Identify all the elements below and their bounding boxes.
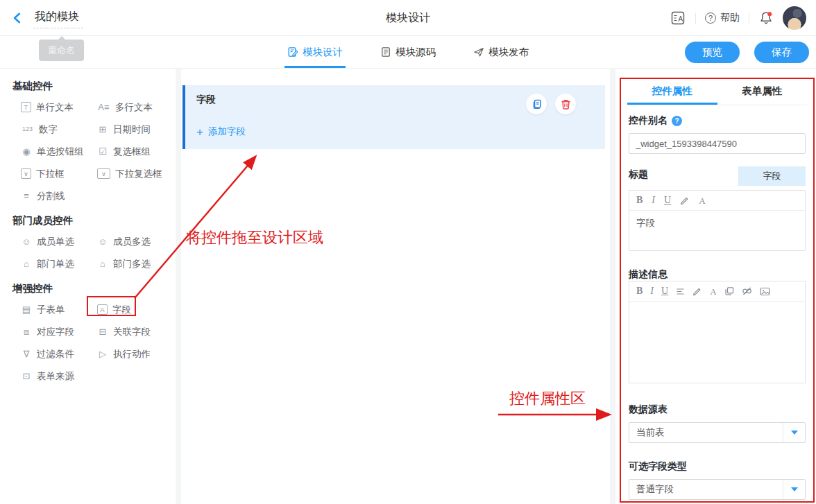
tab-module-source[interactable]: 模块源码	[377, 36, 439, 68]
sidebar-item-single-line-text[interactable]: T 单行文本	[21, 100, 97, 114]
save-button[interactable]: 保存	[754, 42, 809, 63]
sidebar-item-member-single[interactable]: ☺ 成员单选	[21, 234, 97, 249]
pen-color-button[interactable]	[692, 286, 702, 296]
fieldtype-label: 可选字段类型	[629, 460, 806, 473]
datasource-select[interactable]: 当前表	[629, 422, 806, 443]
title-editor-content[interactable]: 字段	[629, 211, 805, 250]
unlink-button[interactable]	[742, 286, 752, 296]
copy-format-button[interactable]	[724, 286, 734, 296]
enhanced-controls-grid: ▤ 子表单 A 字段 ⧈ 对应字段 ⊟ 关联字段 ∇ 过滤条件 ▷ 执行动作	[21, 302, 176, 383]
sidebar-item-mapping-field[interactable]: ⧈ 对应字段	[21, 324, 97, 339]
tab-module-publish[interactable]: 模块发布	[470, 36, 532, 68]
trash-icon	[560, 98, 572, 110]
sidebar-item-filter-condition[interactable]: ∇ 过滤条件	[21, 347, 97, 361]
widget-alias-input[interactable]	[629, 133, 806, 154]
sidebar-scrollbar-track[interactable]	[176, 69, 181, 504]
sidebar-item-divider[interactable]: ≡ 分割线	[21, 189, 97, 203]
basic-controls-grid: T 单行文本 A≡ 多行文本 123 数字 ⊞ 日期时间 ◉ 单选按钮组 ☑ 复…	[21, 100, 176, 203]
italic-button[interactable]: I	[650, 286, 654, 296]
sidebar-item-subform[interactable]: ▤ 子表单	[21, 302, 97, 317]
pen-color-button[interactable]	[680, 195, 690, 205]
dropdown-multi-icon: ∨	[97, 168, 110, 179]
item-label: 成员单选	[37, 236, 74, 248]
sidebar-item-execute-action[interactable]: ▷ 执行动作	[97, 347, 169, 361]
item-label: 下拉复选框	[115, 168, 162, 180]
sidebar-item-checkbox-group[interactable]: ☑ 复选框组	[97, 144, 169, 159]
datetime-icon: ⊞	[97, 124, 108, 134]
item-label: 日期时间	[113, 123, 151, 136]
sidebar-item-related-field[interactable]: ⊟ 关联字段	[97, 324, 169, 339]
module-designer-app: 我的模块 模块设计 A ? 帮助	[0, 0, 816, 504]
fieldtype-caret-box[interactable]	[783, 480, 805, 499]
item-label: 复选框组	[113, 146, 151, 158]
sidebar-item-radio-group[interactable]: ◉ 单选按钮组	[21, 144, 97, 159]
back-chevron-icon	[11, 12, 24, 24]
description-editor-content[interactable]	[629, 302, 805, 383]
item-label: 对应字段	[37, 326, 74, 338]
datasource-caret-box[interactable]	[783, 423, 805, 442]
underline-button[interactable]: U	[661, 286, 668, 296]
description-label: 描述信息	[629, 268, 806, 281]
module-source-icon	[380, 46, 391, 58]
title-editor-toolbar: B I U A	[629, 191, 805, 211]
image-button[interactable]	[760, 287, 770, 296]
datasource-value: 当前表	[636, 427, 665, 437]
italic-button[interactable]: I	[652, 195, 655, 205]
font-button[interactable]: A	[699, 196, 705, 205]
sidebar-item-member-multi[interactable]: ☺ 成员多选	[97, 234, 169, 249]
tab-form-properties[interactable]: 表单属性	[717, 79, 808, 105]
sidebar-item-datetime[interactable]: ⊞ 日期时间	[97, 122, 169, 137]
title-rich-editor: B I U A 字段	[629, 190, 806, 251]
widget-alias-label: 控件别名 ?	[629, 114, 806, 127]
sidebar-item-dropdown[interactable]: ∨ 下拉框	[21, 166, 97, 181]
underline-button[interactable]: U	[664, 195, 671, 205]
bold-button[interactable]: B	[636, 286, 643, 296]
mapping-field-icon: ⧈	[21, 327, 32, 337]
canvas-scrollbar-track[interactable]	[610, 69, 615, 504]
widget-actions	[526, 94, 576, 114]
alias-help-icon[interactable]: ?	[672, 116, 682, 126]
sidebar-item-dept-single[interactable]: ⌂ 部门单选	[21, 257, 97, 271]
sidebar-item-form-source[interactable]: ⊡ 表单来源	[21, 369, 97, 383]
member-multi-icon: ☺	[97, 236, 108, 247]
help-button[interactable]: ? 帮助	[705, 12, 740, 24]
dept-member-controls-grid: ☺ 成员单选 ☺ 成员多选 ⌂ 部门单选 ⌂ 部门多选	[21, 234, 176, 271]
sidebar-item-dropdown-multi[interactable]: ∨ 下拉复选框	[97, 166, 169, 181]
member-single-icon: ☺	[21, 236, 32, 247]
tab-module-design[interactable]: 模块设计	[284, 36, 346, 68]
item-label: 字段	[112, 304, 131, 316]
back-button[interactable]	[11, 11, 25, 25]
module-name[interactable]: 我的模块	[33, 8, 83, 28]
tab-module-design-label: 模块设计	[303, 46, 343, 59]
delete-widget-button[interactable]	[555, 94, 576, 114]
preview-button[interactable]: 预览	[685, 42, 740, 63]
help-icon: ?	[705, 12, 716, 24]
properties-tabs: 控件属性 表单属性	[627, 79, 807, 105]
translate-icon[interactable]: A	[670, 10, 686, 26]
item-label: 执行动作	[113, 348, 151, 360]
align-button[interactable]	[676, 287, 685, 296]
user-avatar[interactable]	[783, 6, 806, 30]
sidebar-item-field[interactable]: A 字段	[97, 302, 169, 317]
sidebar-item-multi-line-text[interactable]: A≡ 多行文本	[97, 100, 169, 114]
sidebar-item-dept-multi[interactable]: ⌂ 部门多选	[97, 257, 169, 271]
multi-line-text-icon: A≡	[97, 102, 110, 112]
number-icon: 123	[21, 124, 34, 134]
notification-button[interactable]	[758, 10, 774, 26]
fieldtype-select[interactable]: 普通字段	[629, 479, 806, 500]
title-field-chip[interactable]: 字段	[738, 166, 806, 186]
module-design-icon	[287, 46, 298, 58]
widget-alias-label-text: 控件别名	[629, 114, 668, 127]
selected-field-widget[interactable]: 字段 + 添加字段	[182, 85, 605, 149]
item-label: 成员多选	[113, 236, 151, 248]
execute-action-icon: ▷	[97, 349, 108, 359]
duplicate-widget-button[interactable]	[526, 94, 547, 114]
bold-button[interactable]: B	[636, 195, 643, 205]
add-field-link[interactable]: + 添加字段	[196, 125, 246, 138]
item-label: 关联字段	[113, 326, 151, 338]
tab-widget-properties[interactable]: 控件属性	[627, 79, 717, 105]
font-button[interactable]: A	[710, 287, 716, 296]
datasource-label: 数据源表	[629, 403, 806, 416]
sidebar-item-number[interactable]: 123 数字	[21, 122, 97, 137]
design-canvas[interactable]: 字段 + 添加字段	[181, 69, 610, 504]
